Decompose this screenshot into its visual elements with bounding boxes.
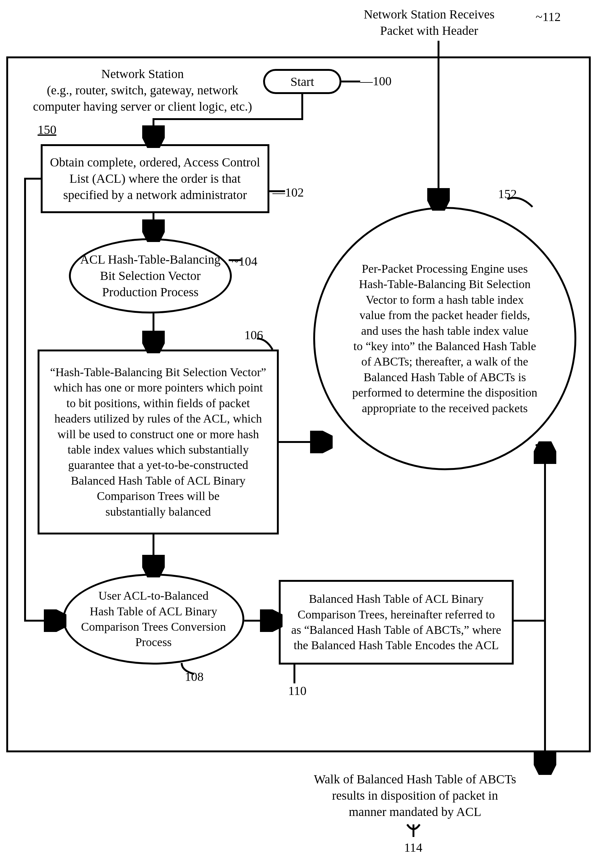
ref-108: 108	[185, 669, 203, 684]
node-114-label: Walk of Balanced Hash Table of ABCTsresu…	[297, 771, 533, 820]
node-106: “Hash-Table-Balancing Bit Selection Vect…	[37, 350, 279, 534]
node-104: ACL Hash-Table-BalancingBit Selection Ve…	[69, 238, 232, 313]
ref-152: 152	[498, 186, 517, 201]
dash-icon: —	[272, 185, 285, 200]
ref-110: 110	[288, 683, 307, 698]
ref-100: —100	[360, 74, 392, 88]
tilde-icon: ~	[536, 10, 542, 24]
node-112-label: Network Station ReceivesPacket with Head…	[329, 6, 529, 39]
node-152: Per-Packet Processing Engine usesHash-Ta…	[313, 207, 576, 470]
dash-icon: —	[360, 74, 373, 88]
node-start: Start	[263, 69, 342, 94]
node-110: Balanced Hash Table of ACL BinaryCompari…	[279, 580, 514, 664]
ref-102: —102	[272, 185, 304, 200]
ref-104: ~104	[232, 254, 257, 269]
ref-150: 150	[37, 122, 56, 137]
node-102: Obtain complete, ordered, Access Control…	[41, 144, 269, 213]
tilde-icon: ~	[232, 254, 239, 268]
title-150-label: Network Station(e.g., router, switch, ga…	[25, 66, 260, 115]
node-108: User ACL-to-BalancedHash Table of ACL Bi…	[62, 574, 244, 664]
ref-112: ~112	[536, 9, 561, 24]
ref-106: 106	[244, 328, 263, 342]
ref-114: 114	[404, 840, 423, 855]
